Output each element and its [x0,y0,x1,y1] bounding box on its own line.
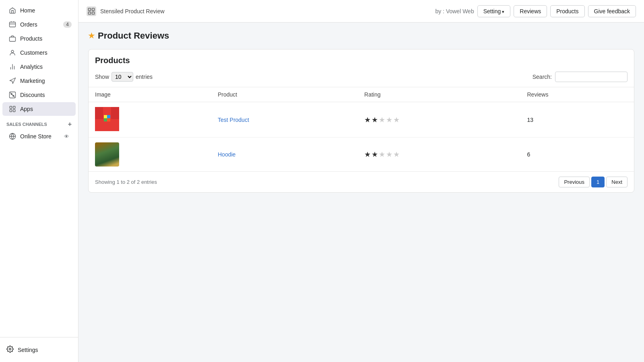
svg-rect-7 [10,110,12,112]
product-image [95,107,119,131]
table-row: Test Product★★★★★13 [89,102,634,138]
entries-label: entries [136,74,153,80]
products-table: Image Product Rating Reviews Test Produc… [89,87,634,171]
orders-icon [9,21,16,28]
entries-select[interactable]: 10 25 50 100 [111,72,133,82]
col-product: Product [211,87,358,102]
svg-rect-14 [92,12,95,14]
col-rating: Rating [358,87,520,102]
svg-rect-11 [89,8,91,10]
settings-icon [6,346,14,354]
star-empty: ★ [393,150,400,158]
next-button[interactable]: Next [606,177,627,187]
svg-rect-13 [89,12,91,14]
give-feedback-button[interactable]: Give feedback [588,5,636,17]
products-icon [9,35,16,42]
sidebar-item-marketing[interactable]: Marketing [2,74,76,88]
add-sales-channel-button[interactable]: + [68,121,72,128]
customers-icon [9,49,16,56]
discounts-icon [9,91,16,99]
sidebar-item-analytics[interactable]: Analytics [2,60,76,74]
sidebar-item-customers[interactable]: Customers [2,46,76,60]
star-empty: ★ [379,116,386,124]
product-image-cell [89,138,211,172]
product-reviews-cell: 6 [521,138,634,172]
svg-rect-6 [13,106,15,108]
sidebar-item-settings[interactable]: Settings [0,342,78,357]
topbar-right: by : Vowel Web Setting Reviews Products … [435,5,636,17]
svg-point-10 [9,348,11,350]
main-content: Stensiled Product Review by : Vowel Web … [78,0,644,362]
page-title: ★ Product Reviews [88,31,169,41]
sidebar-item-orders[interactable]: Orders 4 [2,18,76,31]
sidebar-item-discounts[interactable]: Discounts [2,88,76,102]
section-title: Products [89,49,634,67]
app-name: Stensiled Product Review [100,8,165,14]
sidebar-item-label: Analytics [20,64,43,70]
sidebar-item-label: Customers [20,49,47,56]
svg-rect-0 [10,22,16,27]
svg-point-1 [11,50,14,53]
sidebar-item-label: Products [20,35,42,42]
products-button[interactable]: Products [550,5,584,17]
product-name-cell: Test Product [211,102,358,138]
star-empty: ★ [379,150,386,158]
col-reviews: Reviews [521,87,634,102]
sidebar-item-home[interactable]: Home [2,4,76,17]
product-reviews-cell: 13 [521,102,634,138]
product-rating-cell: ★★★★★ [358,102,520,138]
star-rating: ★★★★★ [364,116,400,124]
page-1-button[interactable]: 1 [591,177,605,187]
title-star-icon: ★ [88,31,95,40]
product-link[interactable]: Hoodie [218,151,235,158]
pagination: Previous 1 Next [559,177,627,187]
products-card: Products Show 10 25 50 100 entries Searc… [88,49,634,193]
product-name-cell: Hoodie [211,138,358,172]
settings-label: Settings [18,347,38,353]
sidebar: Home Orders 4 Products Customers [0,0,78,362]
page-header: ★ Product Reviews [88,31,634,41]
star-rating: ★★★★★ [364,150,400,158]
svg-rect-12 [92,8,95,10]
online-store-icon [9,133,16,140]
star-filled: ★ [372,150,379,158]
marketing-icon [9,77,16,84]
product-image-cell [89,102,211,138]
online-store-visibility-icon[interactable]: 👁 [64,134,69,140]
sidebar-item-label: Marketing [20,78,45,84]
search-input[interactable] [555,72,627,82]
orders-badge: 4 [63,21,72,28]
search-label: Search: [533,74,552,80]
table-footer: Showing 1 to 2 of 2 entries Previous 1 N… [89,171,634,192]
svg-rect-5 [10,106,12,108]
home-icon [9,7,16,14]
product-image [95,142,119,167]
sidebar-item-apps[interactable]: Apps [2,102,76,116]
app-icon [87,6,96,16]
by-label: by : Vowel Web [435,8,474,14]
topbar-left: Stensiled Product Review [87,6,165,16]
star-filled: ★ [364,150,372,158]
star-filled: ★ [364,116,372,124]
topbar: Stensiled Product Review by : Vowel Web … [78,0,644,23]
search-section: Search: [533,72,627,82]
showing-text: Showing 1 to 2 of 2 entries [95,179,157,185]
sidebar-item-label: Orders [20,21,37,28]
sidebar-item-online-store[interactable]: Online Store 👁 [2,130,76,143]
star-empty: ★ [386,150,393,158]
table-row: Hoodie★★★★★6 [89,138,634,172]
reviews-button[interactable]: Reviews [514,5,547,17]
show-entries-control: Show 10 25 50 100 entries [95,72,153,82]
previous-button[interactable]: Previous [559,177,590,187]
show-label: Show [95,74,109,80]
sidebar-item-label: Home [20,7,35,14]
table-controls: Show 10 25 50 100 entries Search: [89,67,634,87]
sidebar-bottom: Settings [0,337,78,362]
star-empty: ★ [393,116,400,124]
product-link[interactable]: Test Product [218,117,249,123]
sidebar-item-label: Discounts [20,92,45,98]
apps-icon [9,105,16,113]
content-area: ★ Product Reviews Products Show 10 25 50… [78,23,644,362]
sidebar-item-products[interactable]: Products [2,32,76,45]
setting-button[interactable]: Setting [477,5,511,17]
